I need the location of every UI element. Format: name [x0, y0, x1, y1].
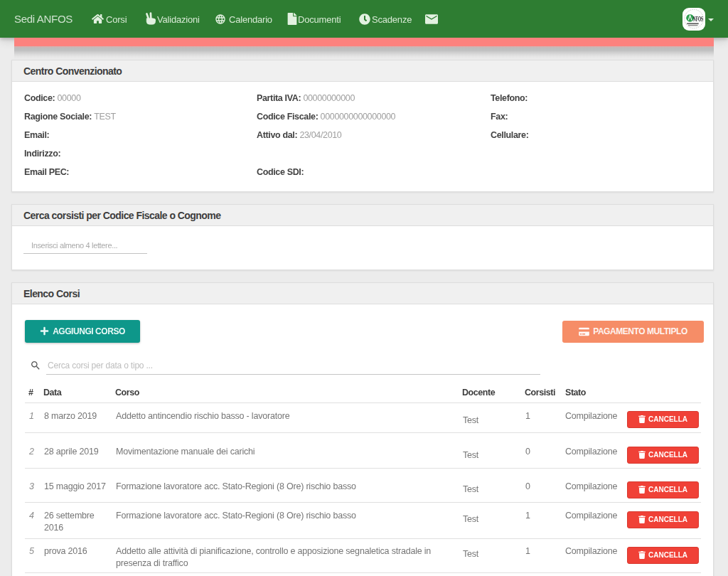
svg-text:NFOS: NFOS	[693, 15, 704, 23]
